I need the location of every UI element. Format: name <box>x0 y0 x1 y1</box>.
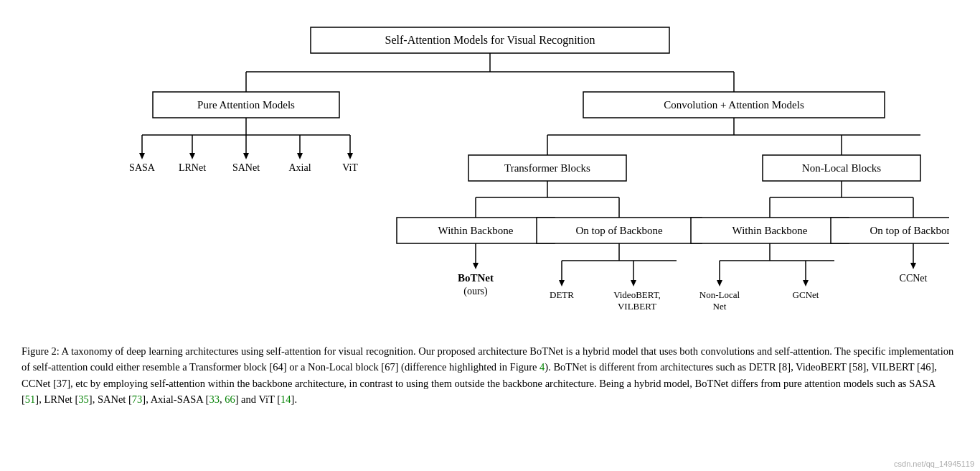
watermark: csdn.net/qq_14945119 <box>894 460 974 468</box>
svg-text:(ours): (ours) <box>463 286 488 297</box>
svg-marker-44 <box>473 263 479 269</box>
svg-text:ViT: ViT <box>342 162 358 173</box>
svg-text:BoTNet: BoTNet <box>458 272 494 284</box>
svg-marker-13 <box>139 153 145 159</box>
svg-text:Net: Net <box>713 301 727 312</box>
svg-text:On top of Backbone: On top of Backbone <box>870 225 949 236</box>
svg-text:Convolution + Attention Models: Convolution + Attention Models <box>664 99 804 111</box>
svg-text:GCNet: GCNet <box>793 289 819 300</box>
svg-marker-50 <box>559 280 565 286</box>
taxonomy-diagram: Self-Attention Models for Visual Recogni… <box>22 14 958 330</box>
svg-marker-15 <box>189 153 195 159</box>
svg-text:LRNet: LRNet <box>179 162 206 173</box>
svg-text:VideoBERT,: VideoBERT, <box>613 289 661 300</box>
svg-text:SASA: SASA <box>129 162 156 173</box>
svg-text:Pure Attention Models: Pure Attention Models <box>197 99 295 111</box>
svg-text:On top of Backbone: On top of Backbone <box>575 225 663 236</box>
svg-text:Non-Local Blocks: Non-Local Blocks <box>802 162 882 174</box>
svg-text:Self-Attention Models for Visu: Self-Attention Models for Visual Recogni… <box>385 34 595 47</box>
figure-caption: Figure 2: A taxonomy of deep learning ar… <box>22 343 954 408</box>
svg-text:Non-Local: Non-Local <box>699 289 740 300</box>
svg-marker-19 <box>297 153 303 159</box>
svg-text:SANet: SANet <box>232 162 260 173</box>
figure-label: Figure 2: <box>22 345 60 357</box>
svg-text:DETR: DETR <box>550 289 574 300</box>
svg-marker-52 <box>631 280 636 286</box>
svg-marker-70 <box>717 280 722 286</box>
svg-marker-21 <box>347 153 353 159</box>
svg-text:Within Backbone: Within Backbone <box>438 225 514 236</box>
svg-text:CCNet: CCNet <box>900 273 928 284</box>
svg-marker-65 <box>910 263 916 269</box>
svg-text:Transformer Blocks: Transformer Blocks <box>504 162 590 174</box>
svg-text:Axial: Axial <box>288 162 311 173</box>
svg-text:Within Backbone: Within Backbone <box>732 225 808 236</box>
svg-marker-17 <box>243 153 249 159</box>
svg-marker-72 <box>803 280 809 286</box>
svg-text:VILBERT: VILBERT <box>618 301 656 312</box>
caption-text: A taxonomy of deep learning architecture… <box>22 345 953 405</box>
